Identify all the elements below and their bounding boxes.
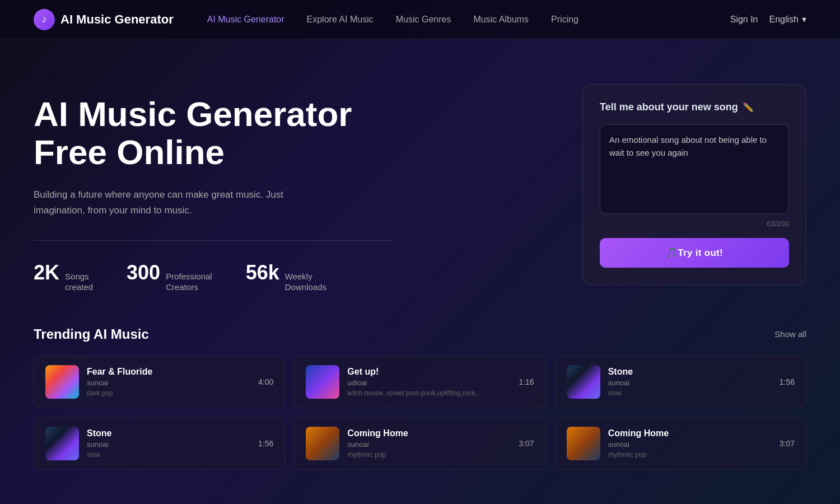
music-thumbnail	[45, 427, 79, 460]
hero-subtitle: Building a future where anyone can make …	[34, 187, 325, 217]
stat-creators: 300 ProfessionalCreators	[127, 261, 212, 293]
music-card[interactable]: Coming Home sunoai rhythmic pop 3:07	[294, 417, 545, 470]
music-name: Stone	[87, 428, 250, 438]
music-name: Get up!	[347, 367, 511, 377]
nav-links: AI Music Generator Explore AI Music Musi…	[207, 15, 730, 25]
stat-songs-label: Songscreated	[65, 271, 93, 293]
music-note-icon: ♪	[42, 13, 47, 25]
hero-title: AI Music Generator Free Online	[34, 95, 560, 171]
music-creator: sunoai	[608, 440, 772, 449]
music-name: Coming Home	[608, 428, 772, 438]
music-card[interactable]: Coming Home sunoai rhythmic pop 3:07	[555, 417, 806, 470]
music-info: Stone sunoai slow	[608, 367, 772, 397]
stat-creators-number: 300	[127, 261, 160, 284]
show-all-button[interactable]: Show all	[774, 329, 806, 339]
music-info: Coming Home sunoai rhythmic pop	[347, 428, 511, 459]
stat-downloads: 56k WeeklyDownloads	[246, 261, 326, 293]
hero-stats: 2K Songscreated 300 ProfessionalCreators…	[34, 261, 560, 293]
language-label: English	[769, 15, 799, 25]
trending-section: Trending AI Music Show all Fear & Fluori…	[0, 326, 840, 503]
music-tags: slow	[87, 451, 250, 459]
stat-songs-number: 2K	[34, 261, 59, 284]
music-tags: dark pop	[87, 389, 250, 397]
music-creator: sunoai	[608, 379, 772, 387]
music-creator: sunoai	[87, 440, 250, 449]
song-form-card: Tell me about your new song ✏️ 63/200 🎵T…	[582, 84, 806, 285]
stat-creators-label: ProfessionalCreators	[166, 271, 212, 293]
nav-ai-music-generator[interactable]: AI Music Generator	[207, 15, 284, 25]
music-thumbnail	[306, 365, 339, 399]
music-duration: 1:56	[780, 377, 795, 386]
brand-link[interactable]: ♪ AI Music Generator	[34, 9, 174, 30]
music-duration: 3:07	[780, 439, 795, 448]
trending-grid: Fear & Fluoride sunoai dark pop 4:00 Get…	[34, 356, 806, 470]
music-duration: 1:56	[258, 439, 273, 448]
music-creator: sunoai	[87, 379, 250, 387]
music-info: Stone sunoai slow	[87, 428, 250, 459]
music-duration: 1:16	[519, 377, 534, 386]
music-info: Fear & Fluoride sunoai dark pop	[87, 367, 250, 397]
music-name: Coming Home	[347, 428, 511, 438]
music-name: Stone	[608, 367, 772, 377]
try-it-out-button[interactable]: 🎵Try it out!	[600, 238, 789, 268]
chevron-down-icon: ▾	[802, 14, 806, 25]
stat-downloads-label: WeeklyDownloads	[285, 271, 326, 293]
hero-section: AI Music Generator Free Online Building …	[0, 39, 840, 326]
trending-title: Trending AI Music	[34, 326, 149, 342]
stat-songs: 2K Songscreated	[34, 261, 93, 293]
nav-music-genres[interactable]: Music Genres	[396, 15, 451, 25]
nav-pricing[interactable]: Pricing	[551, 15, 578, 25]
music-thumbnail	[567, 365, 600, 399]
music-card[interactable]: Fear & Fluoride sunoai dark pop 4:00	[34, 356, 285, 408]
navbar: ♪ AI Music Generator AI Music Generator …	[0, 0, 840, 39]
nav-right: Sign In English ▾	[730, 14, 806, 25]
music-tags: rhythmic pop	[347, 451, 511, 459]
trending-header: Trending AI Music Show all	[34, 326, 806, 342]
music-name: Fear & Fluoride	[87, 367, 250, 377]
music-thumbnail	[45, 365, 79, 399]
music-card[interactable]: Stone sunoai slow 1:56	[34, 417, 285, 470]
music-creator: sunoai	[347, 440, 511, 449]
char-count: 63/200	[600, 220, 789, 228]
song-description-input[interactable]	[600, 124, 789, 214]
music-duration: 4:00	[258, 377, 273, 386]
music-creator: udioai	[347, 379, 511, 387]
sign-in-button[interactable]: Sign In	[730, 15, 758, 25]
music-tags: rhythmic pop	[608, 451, 772, 459]
brand-logo: ♪	[34, 9, 55, 30]
nav-explore-ai-music[interactable]: Explore AI Music	[307, 15, 374, 25]
song-form-title: Tell me about your new song ✏️	[600, 101, 789, 113]
pencil-icon: ✏️	[743, 102, 754, 113]
language-selector[interactable]: English ▾	[769, 14, 806, 25]
hero-divider	[34, 240, 392, 241]
hero-left: AI Music Generator Free Online Building …	[34, 84, 560, 293]
music-duration: 3:07	[519, 439, 534, 448]
music-info: Get up! udioai witch house, soviet post-…	[347, 367, 511, 397]
music-card[interactable]: Get up! udioai witch house, soviet post-…	[294, 356, 545, 408]
music-info: Coming Home sunoai rhythmic pop	[608, 428, 772, 459]
brand-name: AI Music Generator	[60, 12, 174, 27]
music-tags: slow	[608, 389, 772, 397]
music-tags: witch house, soviet post-punk,uplifting,…	[347, 389, 511, 397]
music-thumbnail	[306, 427, 339, 460]
nav-music-albums[interactable]: Music Albums	[473, 15, 529, 25]
music-thumbnail	[567, 427, 600, 460]
stat-downloads-number: 56k	[246, 261, 279, 284]
music-card[interactable]: Stone sunoai slow 1:56	[555, 356, 806, 408]
